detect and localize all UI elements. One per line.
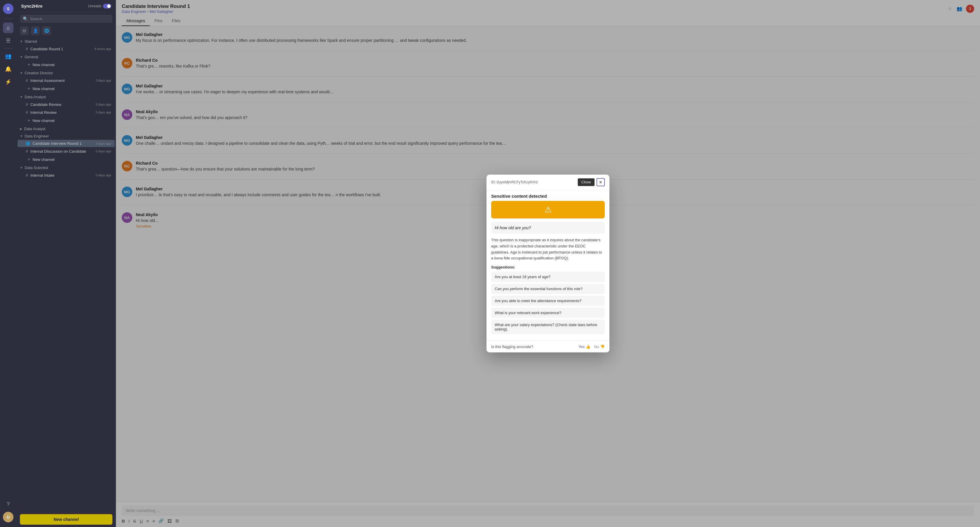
- add-icon: +: [26, 62, 30, 67]
- new-channel-button[interactable]: New channel: [20, 514, 112, 525]
- channel-name: Internal Intake: [30, 173, 54, 178]
- filter-btn[interactable]: ⊟: [20, 26, 29, 35]
- section-data-analyst[interactable]: ▼ Data Analyst: [16, 93, 116, 100]
- channel-time: 3 days ago: [95, 103, 111, 106]
- channel-new-label: New channel: [32, 119, 54, 123]
- channel-new-label: New channel: [32, 87, 54, 91]
- unread-label: Unreads: [88, 4, 101, 8]
- channel-item-candidate-review[interactable]: # Candidate Review 3 days ago: [18, 101, 115, 108]
- unread-toggle[interactable]: [103, 4, 111, 8]
- channel-item-candidate-interview[interactable]: 🌐 Candidate Interview Round 1 3 days ago: [18, 140, 115, 147]
- suggestion-item-2[interactable]: Are you able to meet the attendance requ…: [491, 296, 605, 306]
- vote-yes-button[interactable]: Yes 👍: [578, 344, 590, 349]
- unread-badge: Unreads: [88, 4, 111, 8]
- channel-list: Sync2Hire Unreads 🔍 ⊟ 👤 🌐 ▼ Starred # Ca…: [16, 0, 116, 527]
- channel-item-new-analyst[interactable]: + New channel: [18, 116, 115, 125]
- hash-icon: #: [26, 102, 28, 107]
- modal-overlay[interactable]: ID: 0uywMjmRCFyTcKcyIHXd Close ✕ Sensiti…: [116, 0, 980, 527]
- channel-item-new-creative[interactable]: + New channel: [18, 84, 115, 93]
- add-icon: +: [26, 86, 30, 91]
- channel-time: 3 days ago: [95, 142, 111, 145]
- section-general[interactable]: ▼ General: [16, 53, 116, 60]
- channel-time: 3 days ago: [95, 149, 111, 153]
- modal-body: Hi how old are you? This question is ina…: [487, 222, 609, 341]
- section-data-analyst-2[interactable]: ▶ Data Analyst: [16, 125, 116, 132]
- add-icon: +: [26, 157, 30, 162]
- user-avatar[interactable]: U: [3, 512, 13, 522]
- channel-item-internal-review[interactable]: # Internal Review 3 days ago: [18, 108, 115, 116]
- suggestion-item-4[interactable]: What are your salary expectations? (Chec…: [491, 320, 605, 334]
- channel-new-label: New channel: [32, 63, 54, 67]
- hash-icon: #: [26, 78, 28, 83]
- suggestions-label: Suggestions:: [491, 265, 605, 269]
- channel-time: 3 days ago: [95, 173, 111, 177]
- flagged-text: Hi how old are you?: [491, 222, 605, 234]
- thumbs-up-icon: 👍: [586, 344, 590, 349]
- sensitive-content-modal: ID: 0uywMjmRCFyTcKcyIHXd Close ✕ Sensiti…: [487, 175, 609, 352]
- channel-name: Internal Discussion on Candidate: [30, 149, 86, 154]
- feedback-question: Is this flagging accurate?: [491, 344, 533, 349]
- app-sidebar: S ⌂ ☰ 👥 🔔 ⚡ ? U: [0, 0, 16, 527]
- section-data-scientist[interactable]: ▼ Data Scientist: [16, 164, 116, 171]
- help-icon[interactable]: ?: [3, 499, 13, 510]
- tasks-icon[interactable]: ☰: [3, 35, 13, 46]
- globe-icon: 🌐: [26, 141, 30, 146]
- channel-name: Internal Review: [30, 110, 57, 115]
- home-icon[interactable]: ⌂: [3, 22, 13, 33]
- channel-list-header: Sync2Hire Unreads: [16, 0, 116, 12]
- suggestion-item-3[interactable]: What is your relevant work experience?: [491, 308, 605, 318]
- section-data-engineer[interactable]: ▼ Data Engineer: [16, 132, 116, 140]
- people-btn[interactable]: 👤: [31, 26, 40, 35]
- workspace-avatar[interactable]: S: [3, 3, 13, 14]
- channel-item-internal-intake[interactable]: # Internal Intake 3 days ago: [18, 171, 115, 179]
- section-creative-director[interactable]: ▼ Creative Director: [16, 69, 116, 76]
- suggestion-item-0[interactable]: Are you at least 18 years of age?: [491, 272, 605, 282]
- separator-line: [4, 48, 13, 49]
- modal-footer: Is this flagging accurate? Yes 👍 No 👎: [487, 341, 609, 352]
- bell-icon[interactable]: 🔔: [3, 64, 13, 74]
- modal-warning-banner: ⚠: [491, 201, 605, 219]
- lightning-icon[interactable]: ⚡: [3, 77, 13, 87]
- search-icon: 🔍: [23, 16, 28, 21]
- channel-item[interactable]: # Candidate Round 1 4 hours ago: [18, 45, 115, 52]
- channel-name: Candidate Interview Round 1: [32, 141, 82, 146]
- modal-id: ID: 0uywMjmRCFyTcKcyIHXd: [491, 180, 538, 184]
- globe-btn[interactable]: 🌐: [42, 26, 51, 35]
- hash-icon: #: [26, 46, 28, 51]
- hash-icon: #: [26, 110, 28, 115]
- channel-item-internal-discussion[interactable]: # Internal Discussion on Candidate 3 day…: [18, 148, 115, 155]
- warning-icon: ⚠: [544, 205, 552, 214]
- modal-x-button[interactable]: ✕: [597, 178, 605, 186]
- channel-item-new-general[interactable]: + New channel: [18, 60, 115, 69]
- channel-time: 3 days ago: [95, 79, 111, 82]
- hash-icon: #: [26, 149, 28, 154]
- channel-item-internal-assessment[interactable]: # Internal Assessment 3 days ago: [18, 77, 115, 84]
- modal-title: Sensitive content detected: [487, 190, 609, 201]
- main-content: Candidate Interview Round 1 Data Enginee…: [116, 0, 980, 527]
- workspace-name: Sync2Hire: [21, 3, 43, 8]
- channel-time: 3 days ago: [95, 111, 111, 114]
- section-starred[interactable]: ▼ Starred: [16, 37, 116, 45]
- modal-close-button[interactable]: Close: [578, 178, 595, 186]
- people-icon[interactable]: 👥: [3, 51, 13, 62]
- hash-icon: #: [26, 173, 28, 178]
- add-icon: +: [26, 118, 30, 123]
- channel-new-label: New channel: [32, 157, 54, 162]
- explanation-text: This question is inappropriate as it inq…: [491, 237, 605, 262]
- search-input[interactable]: [30, 17, 110, 21]
- channel-toolbar: ⊟ 👤 🌐: [16, 25, 116, 37]
- channel-time: 4 hours ago: [94, 47, 111, 51]
- channel-name: Candidate Round 1: [30, 47, 63, 51]
- vote-no-button[interactable]: No 👎: [594, 344, 605, 349]
- modal-header: ID: 0uywMjmRCFyTcKcyIHXd Close ✕: [487, 175, 609, 190]
- search-bar[interactable]: 🔍: [20, 14, 112, 23]
- channel-list-body: ▼ Starred # Candidate Round 1 4 hours ag…: [16, 37, 116, 512]
- thumbs-down-icon: 👎: [600, 344, 605, 349]
- channel-name: Candidate Review: [30, 102, 62, 107]
- channel-name: Internal Assessment: [30, 78, 65, 83]
- channel-item-new-engineer[interactable]: + New channel: [18, 155, 115, 163]
- suggestion-item-1[interactable]: Can you perform the essential functions …: [491, 284, 605, 294]
